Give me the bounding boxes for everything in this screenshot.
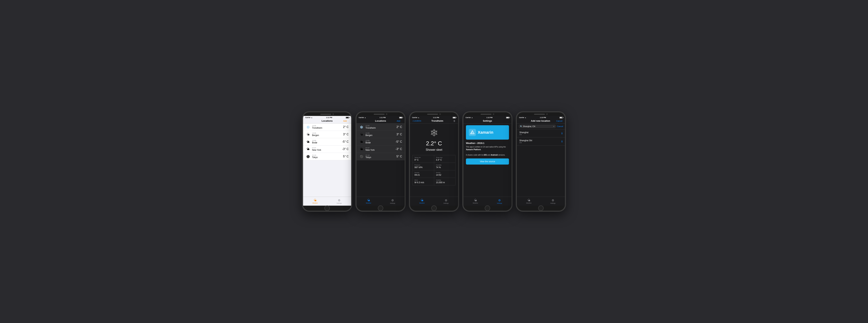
result-info-icon[interactable]: ℹ	[561, 140, 562, 143]
home-button-5[interactable]	[538, 205, 544, 211]
xamarin-platform-link[interactable]: Xamarin Platform	[466, 149, 481, 151]
weather-tab-icon-3: 🌤	[421, 199, 424, 202]
phone-4: Carrier ▲ 1:12 PM Settings	[462, 111, 513, 212]
weather-tab-label-5: Weather	[526, 202, 532, 204]
detail-cell: Humidity 74 %	[434, 163, 456, 170]
carrier-5: Carrier	[519, 117, 524, 118]
weather-tab-label-4: Weather	[473, 202, 478, 204]
list-item[interactable]: ⚫ 21:10 Tokyo 5° C	[356, 153, 405, 160]
view-source-button[interactable]: View the source	[466, 158, 509, 165]
xamarin-brand-name: Xamarin	[478, 130, 493, 135]
tab-settings-2[interactable]: ⚙ Settings	[380, 197, 405, 206]
list-item[interactable]: ⚫ 21:10 Tokyo 5° C	[303, 153, 351, 160]
wifi-icon-1: ▲	[311, 117, 313, 118]
nav-cancel-btn-5[interactable]: Cancel	[556, 120, 562, 122]
list-item[interactable]: ❄️ 13:05 Trondheim 2° C	[356, 123, 405, 131]
status-bar-1: Carrier ▲ 1:11 PM	[303, 116, 351, 119]
location-temp: -5° C	[342, 140, 349, 143]
location-name: New York	[312, 149, 342, 151]
list-item[interactable]: 🌦 07:07 New York -3° C	[303, 146, 351, 153]
search-field[interactable]: Shanghai, CN	[523, 125, 552, 127]
result-info-icon[interactable]: ℹ	[561, 132, 562, 135]
search-bar-row: 🔍 Shanghai, CN ✕ Cancel	[517, 123, 565, 129]
tab-weather-1[interactable]: 🌤 Weather	[303, 197, 327, 206]
location-name: Bergen	[366, 134, 397, 137]
svg-text:X: X	[471, 132, 473, 134]
carrier-2: Carrier	[359, 117, 364, 118]
location-temp: 5° C	[397, 155, 402, 158]
search-result-item[interactable]: Shanghai Shi CN ℹ	[517, 138, 565, 146]
list-item[interactable]: ❄️ 13:05 Trondheim 2° C	[303, 123, 351, 131]
battery-4	[506, 117, 509, 118]
tab-weather-4[interactable]: 🌤 Weather	[463, 197, 488, 206]
search-result-item[interactable]: Shanghai CN ℹ	[517, 129, 565, 138]
location-temp: 2° C	[343, 125, 349, 129]
ios-link[interactable]: iOS	[484, 154, 487, 156]
tab-weather-2[interactable]: 🌤 Weather	[356, 197, 380, 206]
phones-container: Carrier ▲ 1:11 PM Locations Add ❄️	[302, 111, 566, 212]
phone-5: Carrier ▲ 1:13 PM Add new location Cance…	[516, 111, 566, 212]
cell-label: Wind	[414, 179, 432, 181]
list-item[interactable]: 🌤 13:05 Bergen 3° C	[356, 131, 405, 138]
phone-3: Carrier ▲ 1:11 PM ‹ Locations Trondheim …	[409, 111, 459, 212]
cell-label: Sunrise	[414, 172, 432, 173]
location-name: Trondheim	[312, 127, 343, 129]
tab-weather-5[interactable]: 🌤 Weather	[517, 197, 541, 206]
status-bar-3: Carrier ▲ 1:11 PM	[410, 116, 458, 119]
time-5: 1:13 PM	[540, 117, 546, 118]
location-info: 13:05 Bergen	[312, 132, 343, 137]
status-bar-5: Carrier ▲ 1:13 PM	[517, 116, 565, 119]
location-name: Bergen	[312, 134, 343, 137]
time-2: 1:11 PM	[379, 117, 385, 118]
battery-5	[560, 117, 563, 118]
delete-icon[interactable]: 🗑	[453, 120, 456, 122]
detail-grid: Temp min 0° C Temp max 3.3° C Pressure 9…	[412, 155, 456, 185]
home-button-3[interactable]	[431, 205, 437, 211]
back-btn-3[interactable]: ‹ Locations	[412, 120, 421, 122]
cell-label: Visibility	[436, 179, 454, 181]
weather-tab-label-2: Weather	[366, 202, 371, 204]
list-item[interactable]: 🌦 07:07 New York -3° C	[356, 146, 405, 153]
time-3: 1:11 PM	[433, 117, 439, 118]
tab-settings-4[interactable]: ⚙ Settings	[488, 197, 512, 206]
weather-icon: ⚫	[306, 154, 311, 159]
settings-tab-icon-3: ⚙	[445, 199, 447, 202]
home-button-1[interactable]	[324, 205, 330, 211]
detail-content-3: ❄ 2.2° C Shower sleet Temp min 0° C Temp…	[410, 123, 458, 197]
location-list-1: ❄️ 13:05 Trondheim 2° C 🌤 13:05 Bergen 3…	[303, 123, 351, 197]
cell-value: 997 hPA	[414, 166, 432, 169]
weather-tab-icon-5: 🌤	[527, 199, 530, 202]
nav-title-1: Locations	[311, 119, 343, 122]
android-link[interactable]: Android	[491, 154, 497, 156]
location-info: 07:07 New York	[366, 147, 396, 151]
nav-add-btn-1[interactable]: Add	[343, 120, 349, 122]
nav-add-btn-2[interactable]: Add	[397, 120, 402, 122]
location-time: 13:05	[366, 140, 396, 141]
location-temp: 3° C	[343, 133, 349, 136]
status-right-4	[506, 117, 509, 118]
result-sub: CN	[519, 142, 561, 144]
wifi-icon-3: ▲	[418, 117, 420, 118]
search-cancel-btn[interactable]: Cancel	[557, 125, 563, 127]
cell-label: Temp min	[414, 157, 432, 158]
list-item[interactable]: 🌤 13:05 Bergen 3° C	[303, 131, 351, 138]
status-left-4: Carrier ▲	[466, 117, 473, 118]
home-button-2[interactable]	[378, 205, 383, 211]
tab-settings-1[interactable]: ⚙ Settings	[327, 197, 351, 206]
xamarin-logo: X	[469, 129, 476, 136]
clear-search-icon[interactable]: ✕	[553, 125, 555, 127]
home-button-4[interactable]	[485, 205, 490, 211]
list-item[interactable]: 🌥 13:05 Bodø -5° C	[356, 138, 405, 146]
weather-icon: 🌦	[306, 147, 311, 152]
phone-2: Carrier ▲ 1:11 PM Locations Add ❄️	[355, 111, 406, 212]
location-time: 21:10	[312, 154, 343, 156]
tab-settings-5[interactable]: ⚙ Settings	[541, 197, 565, 206]
result-sub: CN	[519, 134, 561, 136]
detail-cell: Visibility 10,000 m	[434, 178, 456, 185]
status-right-5	[560, 117, 563, 118]
tab-settings-3[interactable]: ⚙ Settings	[434, 197, 458, 206]
settings-tab-label-2: Settings	[390, 202, 395, 204]
list-item[interactable]: 🌥 13:05 Bodø -5° C	[303, 138, 351, 146]
location-info: 13:05 Trondheim	[312, 125, 343, 129]
tab-weather-3[interactable]: 🌤 Weather	[410, 197, 434, 206]
